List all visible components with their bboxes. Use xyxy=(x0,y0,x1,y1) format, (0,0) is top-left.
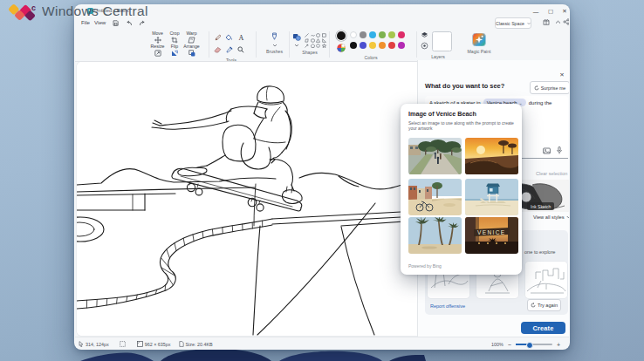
color-swatch[interactable] xyxy=(369,31,376,38)
brushes-group-label: Brushes xyxy=(260,49,289,54)
layer-thumbnail[interactable] xyxy=(432,31,452,51)
edit-colors-wheel-icon[interactable] xyxy=(337,44,346,52)
color-swatch[interactable] xyxy=(398,42,405,49)
flip-button[interactable]: Flip xyxy=(167,44,183,57)
zoom-slider-handle[interactable] xyxy=(526,342,533,349)
brush-tool[interactable] xyxy=(260,32,289,42)
shapes-tool-icon[interactable] xyxy=(292,33,301,41)
shape-curve[interactable] xyxy=(311,33,315,37)
selection-icon xyxy=(120,341,126,347)
style-name-badge: Ink Sketch xyxy=(527,202,554,210)
maximize-button[interactable]: ▢ xyxy=(545,7,557,16)
venice-image-beach-street[interactable] xyxy=(408,179,462,215)
brushes-dropdown-chevron-icon[interactable] xyxy=(272,44,277,47)
result-thumbnail-3[interactable] xyxy=(525,262,567,298)
layer-visibility-icon[interactable] xyxy=(421,42,428,50)
theme-selector[interactable]: Classic Space xyxy=(495,17,531,29)
selected-color-swatch[interactable] xyxy=(337,31,346,40)
windows-central-logo-icon: c xyxy=(7,2,37,21)
view-all-styles-link[interactable]: View all styles xyxy=(533,215,570,220)
report-offensive-link[interactable]: Report offensive xyxy=(430,303,465,309)
gift-icon[interactable] xyxy=(542,17,551,26)
zoom-slider[interactable] xyxy=(516,344,552,345)
magic-paint-icon[interactable] xyxy=(472,33,486,46)
status-bar: 314, 124px 962 × 635px Size: 20.4KB 100%… xyxy=(75,337,569,350)
brushes-group: Brushes xyxy=(260,32,289,54)
drawing-canvas[interactable] xyxy=(77,62,417,336)
fill-tool[interactable] xyxy=(223,32,235,43)
crop-button[interactable]: Crop xyxy=(167,31,183,44)
venice-image-venice-sign[interactable]: VENICE xyxy=(465,217,518,254)
shape-pentagon[interactable] xyxy=(311,44,315,48)
tools-group: A Tools xyxy=(212,32,250,63)
chevron-up-icon[interactable] xyxy=(553,17,562,26)
shape-oval[interactable] xyxy=(316,33,320,37)
layers-group-label: Layers xyxy=(421,54,456,59)
venice-image-picker-popup: Image of Venice Beach Select an image to… xyxy=(401,104,522,275)
color-swatch[interactable] xyxy=(388,31,395,38)
shape-line[interactable] xyxy=(305,33,309,37)
color-swatch[interactable] xyxy=(360,42,367,49)
svg-text:VENICE: VENICE xyxy=(477,229,506,235)
cursor-icon xyxy=(79,341,84,347)
clear-selection-label[interactable]: Clear selection xyxy=(536,171,567,176)
venice-image-skatepark-sunset[interactable] xyxy=(465,138,518,174)
color-swatch[interactable] xyxy=(369,42,376,49)
color-swatch[interactable] xyxy=(379,42,386,49)
move-button[interactable]: Move xyxy=(149,31,166,44)
menu-bar: File View Classic Space xyxy=(75,17,569,29)
text-tool[interactable]: A xyxy=(235,32,246,43)
warp-button[interactable]: Warp xyxy=(183,31,200,44)
zoom-out-button[interactable]: − xyxy=(508,342,511,348)
selection-status xyxy=(120,341,126,347)
color-swatch[interactable] xyxy=(398,31,405,38)
ribbon-toolbar: MoveCropWarpResizeFlipArrange A Tools xyxy=(75,29,569,61)
popup-subtitle: Select an image to use along with the pr… xyxy=(408,120,518,131)
prompt-suffix: during the xyxy=(529,100,552,106)
zoom-in-button[interactable]: + xyxy=(557,342,560,348)
panel-close-icon[interactable]: ✕ xyxy=(558,71,566,79)
venice-image-boardwalk[interactable] xyxy=(408,138,462,174)
color-swatch[interactable] xyxy=(350,31,357,38)
popup-footer: Powered by Bing xyxy=(408,263,442,269)
theme-selector-value: Classic Space xyxy=(496,21,524,26)
venice-image-palm-trees[interactable] xyxy=(408,217,462,254)
microphone-icon[interactable] xyxy=(557,146,562,154)
share-icon[interactable] xyxy=(562,17,570,26)
shape-star[interactable] xyxy=(322,44,326,48)
shape-triangle[interactable] xyxy=(316,38,320,43)
shape-rectangle[interactable] xyxy=(322,33,326,37)
create-button[interactable]: Create xyxy=(521,322,565,334)
surprise-me-button[interactable]: Surprise me xyxy=(530,81,570,94)
close-button[interactable]: ✕ xyxy=(558,7,570,16)
add-image-icon[interactable] xyxy=(543,147,551,154)
colors-group-label: Colors xyxy=(337,55,405,60)
layers-stack-icon[interactable] xyxy=(421,31,428,39)
pencil-tool[interactable] xyxy=(212,32,223,43)
eraser-tool[interactable] xyxy=(212,44,223,55)
cursor-position-status: 314, 124px xyxy=(79,341,109,347)
shape-hexagon[interactable] xyxy=(316,44,320,48)
shape-right-triangle[interactable] xyxy=(322,38,326,43)
shape-polygon[interactable] xyxy=(305,38,309,43)
minimize-button[interactable]: — xyxy=(530,7,542,16)
resize-button[interactable]: Resize xyxy=(149,44,166,57)
color-swatch[interactable] xyxy=(379,31,386,38)
shape-arrow[interactable] xyxy=(305,44,309,48)
popup-title: Image of Venice Beach xyxy=(408,110,476,118)
skater-sketch xyxy=(77,62,417,336)
chevron-down-icon xyxy=(527,22,531,25)
venice-image-lifeguard-tower[interactable] xyxy=(465,179,518,215)
color-swatch[interactable] xyxy=(388,42,395,49)
shapes-dropdown-chevron-icon[interactable] xyxy=(294,44,299,47)
color-swatch[interactable] xyxy=(360,31,367,38)
zoom-level: 100% xyxy=(491,342,504,347)
try-again-button[interactable]: Try again xyxy=(527,299,561,311)
layers-group: Layers xyxy=(421,31,456,59)
magnifier-tool[interactable] xyxy=(235,44,246,55)
watermark-brand: Windows Central xyxy=(42,3,148,19)
shape-rounded-rectangle[interactable] xyxy=(311,38,315,43)
eyedropper-tool[interactable] xyxy=(223,44,235,55)
arrange-button[interactable]: Arrange xyxy=(183,44,200,57)
color-swatch[interactable] xyxy=(350,42,357,49)
